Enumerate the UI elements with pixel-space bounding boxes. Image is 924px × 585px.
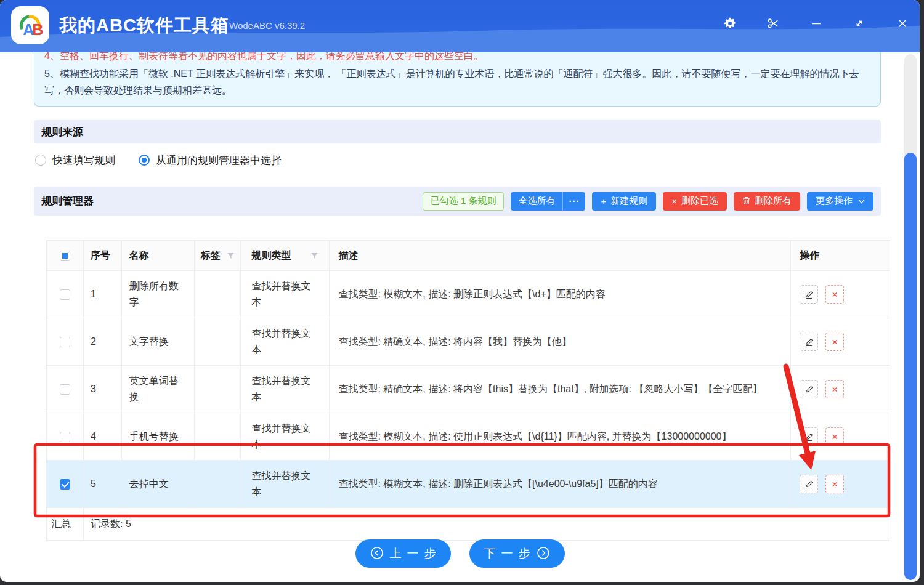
checked-count-badge: 已勾选 1 条规则 — [423, 192, 505, 211]
more-dots-icon[interactable]: ··· — [563, 196, 585, 206]
row-index: 3 — [91, 381, 96, 397]
delete-rule-button[interactable]: × — [825, 333, 844, 351]
x-icon: × — [671, 196, 677, 206]
settings-button[interactable] — [721, 16, 739, 33]
header-desc: 描述 — [330, 241, 791, 270]
pencil-icon — [804, 432, 814, 442]
new-rule-label: 新建规则 — [610, 195, 647, 207]
resize-icon — [853, 17, 866, 33]
table-header-row: 序号 名称 标签 规则类型 描述 操作 — [47, 241, 890, 271]
rule-desc: 查找类型: 模糊文本, 描述: 删除正则表达式【[\u4e00-\u9fa5]】… — [338, 476, 657, 492]
rule-desc: 查找类型: 精确文本, 描述: 将内容【this】替换为【that】, 附加选项… — [338, 381, 762, 397]
rule-type: 查找并替换文本 — [252, 278, 318, 310]
trash-icon — [742, 196, 750, 206]
rule-type: 查找并替换文本 — [252, 468, 318, 500]
pencil-icon — [804, 385, 814, 394]
row-checkbox[interactable] — [60, 384, 70, 395]
header-type: 规则类型 — [241, 241, 330, 270]
rule-type: 查找并替换文本 — [252, 326, 318, 358]
select-all-label: 全选所有 — [511, 195, 562, 207]
row-checkbox[interactable] — [60, 289, 70, 300]
rule-desc: 查找类型: 模糊文本, 描述: 使用正则表达式【\d{11}】匹配内容, 并替换… — [338, 429, 731, 445]
app-title: 我的ABC软件工具箱 — [59, 14, 229, 38]
rule-type: 查找并替换文本 — [252, 373, 318, 405]
delete-rule-button[interactable]: × — [825, 427, 844, 446]
close-icon — [896, 17, 909, 33]
edit-rule-button[interactable] — [800, 380, 818, 398]
table-row: 1 删除所有数字 查找并替换文本 查找类型: 模糊文本, 描述: 删除正则表达式… — [47, 271, 890, 318]
radio-from-manager[interactable]: 从通用的规则管理器中选择 — [139, 153, 282, 167]
more-actions-label: 更多操作 — [816, 195, 853, 207]
circle-left-icon — [370, 546, 384, 562]
rule-source-options: 快速填写规则 从通用的规则管理器中选择 — [35, 151, 282, 169]
minimize-button[interactable] — [808, 16, 825, 33]
next-step-label: 下一步 — [484, 546, 536, 562]
rule-type: 查找并替换文本 — [252, 421, 318, 453]
app-window: 4、空格、回车换行、制表符等看不见的内容也属于文字，因此，请务必留意输入文字中的… — [0, 0, 920, 582]
rule-name: 手机号替换 — [129, 429, 179, 445]
edit-rule-button[interactable] — [800, 285, 818, 304]
radio-unselected-icon — [35, 155, 46, 166]
footer: 上一步 下一步 — [0, 539, 920, 568]
rule-name: 去掉中文 — [129, 476, 169, 492]
rule-name: 文字替换 — [129, 334, 169, 350]
edit-rule-button[interactable] — [800, 333, 818, 351]
table-row: 4 手机号替换 查找并替换文本 查找类型: 模糊文本, 描述: 使用正则表达式【… — [47, 413, 890, 461]
pencil-icon — [804, 290, 814, 299]
edit-rule-button[interactable] — [800, 427, 818, 446]
header-tag-label: 标签 — [201, 249, 221, 262]
filter-funnel-icon[interactable] — [311, 252, 318, 259]
screenshot-button[interactable] — [764, 16, 782, 33]
row-checkbox[interactable] — [60, 337, 70, 347]
titlebar: A B 我的ABC软件工具箱 WodeABC v6.39.2 — [0, 0, 920, 52]
rule-name: 英文单词替换 — [129, 373, 187, 405]
table-row: 2 文字替换 查找并替换文本 查找类型: 精确文本, 描述: 将内容【我】替换为… — [47, 318, 890, 366]
radio-from-manager-label: 从通用的规则管理器中选择 — [156, 153, 282, 167]
close-button[interactable] — [894, 16, 911, 33]
scrollbar-track[interactable] — [904, 54, 917, 580]
app-logo: A B — [11, 6, 49, 44]
delete-rule-button[interactable]: × — [825, 475, 844, 493]
radio-quick-fill[interactable]: 快速填写规则 — [35, 153, 115, 167]
header-index: 序号 — [84, 241, 122, 270]
rules-table: 序号 名称 标签 规则类型 描述 操作 1 删除所有数字 查找并 — [46, 240, 890, 541]
scrollbar-thumb[interactable] — [904, 153, 917, 580]
circle-right-icon — [537, 546, 550, 562]
gear-icon — [723, 17, 737, 33]
plus-icon: + — [601, 196, 606, 206]
rule-desc: 查找类型: 模糊文本, 描述: 删除正则表达式【\d+】匹配的内容 — [338, 286, 605, 302]
row-index: 2 — [91, 334, 96, 350]
filter-funnel-icon[interactable] — [227, 252, 234, 259]
app-version: WodeABC v6.39.2 — [229, 20, 305, 31]
rule-name: 删除所有数字 — [129, 278, 187, 310]
header-type-label: 规则类型 — [252, 249, 291, 262]
summary-label: 汇总 — [51, 516, 71, 532]
delete-rule-button[interactable]: × — [825, 380, 844, 398]
row-index: 1 — [91, 286, 96, 302]
table-summary-row: 汇总 记录数: 5 — [47, 508, 890, 541]
delete-all-label: 删除所有 — [755, 195, 792, 207]
delete-selected-button[interactable]: × 删除已选 — [663, 192, 727, 211]
rule-manager-title: 规则管理器 — [41, 194, 94, 208]
notice-item-5: 5、模糊查找功能采用「微软 .NET 正则表达式解析引擎」来实现， 「正则表达式… — [44, 65, 870, 99]
more-actions-button[interactable]: 更多操作 — [807, 192, 873, 211]
delete-selected-label: 删除已选 — [681, 195, 718, 207]
summary-record-count: 记录数: 5 — [91, 516, 131, 532]
table-row-selected: 5 去掉中文 查找并替换文本 查找类型: 模糊文本, 描述: 删除正则表达式【[… — [47, 461, 890, 508]
row-checkbox-checked[interactable] — [60, 479, 70, 490]
resize-button[interactable] — [851, 16, 868, 33]
next-step-button[interactable]: 下一步 — [469, 539, 565, 568]
prev-step-button[interactable]: 上一步 — [355, 539, 451, 568]
rule-source-header: 规则来源 — [34, 120, 881, 143]
select-all-button[interactable]: 全选所有 ··· — [511, 192, 585, 211]
delete-rule-button[interactable]: × — [825, 285, 844, 304]
table-row: 3 英文单词替换 查找并替换文本 查找类型: 精确文本, 描述: 将内容【thi… — [47, 366, 890, 413]
delete-all-button[interactable]: 删除所有 — [734, 192, 800, 211]
row-checkbox[interactable] — [60, 432, 70, 442]
minimize-icon — [809, 17, 823, 33]
new-rule-button[interactable]: + 新建规则 — [592, 192, 656, 211]
radio-quick-fill-label: 快速填写规则 — [52, 153, 115, 167]
select-all-checkbox[interactable] — [60, 251, 70, 261]
pencil-icon — [804, 480, 814, 489]
edit-rule-button[interactable] — [800, 475, 818, 493]
